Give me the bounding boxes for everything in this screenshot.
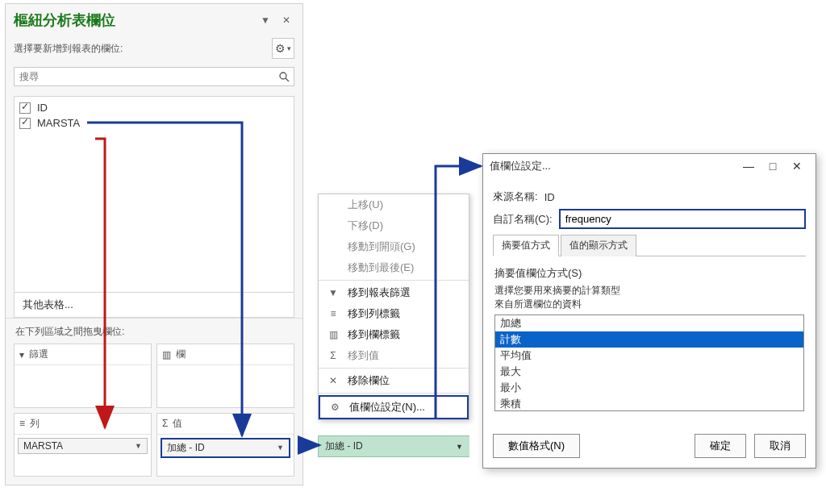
menu-move-begin: 移動到開頭(G) [319, 236, 469, 257]
columns-icon: ▥ [327, 329, 340, 340]
gear-icon: ⚙ [328, 402, 341, 413]
context-current-pill[interactable]: 加總 - ID ▼ [318, 435, 469, 457]
zone-values[interactable]: Σ值 加總 - ID ▼ [156, 413, 294, 477]
tab-summary[interactable]: 摘要值方式 [493, 235, 559, 256]
search-input[interactable] [15, 68, 274, 85]
pill-label: 加總 - ID [325, 439, 363, 453]
pill-label: 加總 - ID [167, 441, 205, 455]
available-fields-list: ID MARSTA [14, 96, 294, 293]
value-field-context-menu: 上移(U) 下移(D) 移動到開頭(G) 移動到最後(E) ▼移到報表篩選 ≡移… [318, 194, 469, 420]
cancel-button[interactable]: 取消 [754, 434, 806, 458]
source-value: ID [544, 191, 555, 203]
menu-remove-field[interactable]: ✕移除欄位 [319, 370, 469, 391]
dialog-title: 值欄位設定... [490, 159, 736, 173]
funnel-icon: ▾ [19, 349, 24, 360]
menu-move-end: 移動到最後(E) [319, 257, 469, 278]
rows-icon: ≡ [327, 308, 340, 319]
other-tables-link[interactable]: 其他表格... [14, 293, 294, 318]
chevron-down-icon: ▾ [287, 44, 291, 52]
field-item-id[interactable]: ID [19, 100, 289, 115]
aggregation-function-list[interactable]: 加總 計數 平均值 最大 最小 乘積 [494, 314, 804, 411]
rows-icon: ≡ [19, 418, 25, 429]
func-count[interactable]: 計數 [495, 331, 803, 348]
func-min[interactable]: 最小 [495, 380, 803, 396]
chevron-down-icon[interactable]: ▼ [277, 444, 284, 452]
value-pill-sum-id[interactable]: 加總 - ID ▼ [161, 438, 290, 458]
zone-label: 欄 [176, 348, 186, 361]
func-average[interactable]: 平均值 [495, 348, 803, 364]
tab-display[interactable]: 值的顯示方式 [561, 235, 636, 256]
drop-zones: ▾篩選 ▥欄 ≡列 MARSTA ▼ Σ值 加總 - ID ▼ [6, 342, 302, 485]
menu-move-to-cols[interactable]: ▥移到欄標籤 [319, 324, 469, 345]
zone-column[interactable]: ▥欄 [156, 344, 294, 408]
menu-value-field-settings[interactable]: ⚙值欄位設定(N)... [319, 395, 469, 419]
zone-row[interactable]: ≡列 MARSTA ▼ [14, 413, 152, 477]
sigma-icon: Σ [327, 350, 340, 361]
sigma-icon: Σ [162, 418, 168, 429]
close-icon[interactable]: ✕ [785, 160, 809, 173]
funnel-icon: ▼ [327, 287, 340, 298]
pill-label: MARSTA [23, 440, 63, 452]
zone-label: 篩選 [29, 348, 48, 361]
value-field-settings-dialog: 值欄位設定... — □ ✕ 來源名稱: ID 自訂名稱(C): 摘要值方式 值… [482, 153, 816, 469]
summary-desc-1: 選擇您要用來摘要的計算類型 [494, 284, 804, 298]
search-field-wrapper [14, 67, 294, 86]
svg-line-1 [286, 78, 289, 81]
row-pill-marsta[interactable]: MARSTA ▼ [18, 438, 148, 454]
search-icon[interactable] [274, 68, 294, 85]
menu-move-to-filter[interactable]: ▼移到報表篩選 [319, 282, 469, 303]
pane-title: 樞紐分析表欄位 [14, 10, 252, 30]
instruction-text: 選擇要新增到報表的欄位: [14, 42, 123, 56]
svg-point-0 [280, 73, 286, 79]
source-label: 來源名稱: [493, 190, 538, 204]
minimize-icon[interactable]: — [736, 160, 761, 173]
ok-button[interactable]: 確定 [695, 434, 746, 458]
menu-move-up: 上移(U) [319, 194, 469, 215]
zone-label: 值 [173, 417, 182, 431]
func-sum[interactable]: 加總 [495, 315, 803, 331]
menu-move-to-values: Σ移到值 [319, 345, 469, 366]
maximize-icon[interactable]: □ [761, 160, 785, 173]
layout-options-button[interactable]: ⚙▾ [272, 38, 294, 59]
pivot-fields-pane: 樞紐分析表欄位 ▼ ✕ 選擇要新增到報表的欄位: ⚙▾ ID MARSTA 其他… [5, 3, 303, 485]
x-icon: ✕ [327, 375, 340, 386]
custom-name-input[interactable] [559, 209, 806, 229]
drag-instruction: 在下列區域之間拖曳欄位: [6, 318, 302, 342]
field-item-marsta[interactable]: MARSTA [19, 115, 289, 131]
menu-move-to-rows[interactable]: ≡移到列標籤 [319, 303, 469, 324]
zone-label: 列 [30, 417, 40, 431]
func-product[interactable]: 乘積 [495, 396, 803, 411]
summary-heading: 摘要值欄位方式(S) [494, 266, 804, 281]
chevron-down-icon: ▼ [456, 443, 463, 451]
number-format-button[interactable]: 數值格式(N) [493, 434, 580, 458]
pane-dropdown-icon[interactable]: ▼ [257, 15, 273, 26]
close-icon[interactable]: ✕ [278, 15, 294, 26]
menu-move-down: 下移(D) [319, 215, 469, 236]
columns-icon: ▥ [162, 349, 171, 360]
custom-name-label: 自訂名稱(C): [493, 212, 553, 227]
gear-icon: ⚙ [275, 42, 286, 55]
checkbox-icon[interactable] [19, 118, 31, 129]
zone-filter[interactable]: ▾篩選 [14, 344, 152, 408]
chevron-down-icon[interactable]: ▼ [135, 442, 142, 450]
field-label: ID [37, 102, 48, 114]
checkbox-icon[interactable] [19, 102, 31, 114]
summary-desc-2: 來自所選欄位的資料 [494, 298, 804, 311]
func-max[interactable]: 最大 [495, 364, 803, 380]
field-label: MARSTA [37, 117, 80, 129]
